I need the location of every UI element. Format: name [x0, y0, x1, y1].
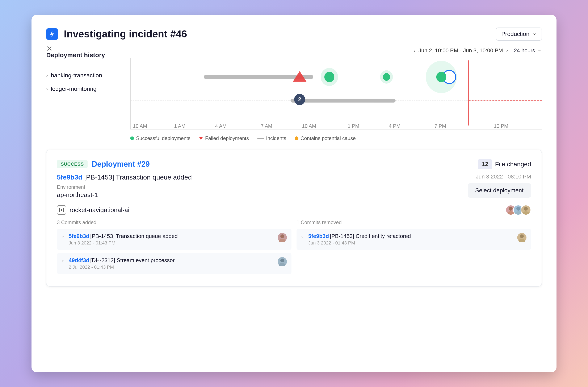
bolt-icon [46, 28, 58, 40]
commit-item-2: ⬦ 49d4f3d [DH-2312] Stream event process… [57, 253, 292, 274]
svg-point-10 [383, 73, 390, 81]
production-dropdown[interactable]: Production [496, 27, 542, 41]
legend-incidents: Incidents [257, 135, 286, 141]
chart-area: ‹ Jun 2, 10:00 PM - Jun 3, 10:00 PM › 24… [130, 47, 542, 141]
incidents-line [257, 138, 264, 139]
svg-text:4 PM: 4 PM [389, 123, 400, 129]
chart-svg: 2 [131, 58, 542, 129]
commit-avatar-2 [278, 257, 287, 266]
chart-header: ‹ Jun 2, 10:00 PM - Jun 3, 10:00 PM › 24… [130, 47, 542, 54]
commit-item-1: ⬦ 5fe9b3d [PB-1453] Transaction queue ad… [57, 229, 292, 250]
commit-item-removed-1: ⬦ 5fe9b3d [PB-1453] Credit entity refact… [296, 229, 531, 250]
successful-label: Successful deployments [136, 135, 190, 141]
file-count-badge: 12 [478, 159, 492, 169]
chevron-right-icon-2: › [46, 86, 48, 92]
failed-label: Failed deployments [205, 135, 249, 141]
service-icon [57, 205, 66, 215]
commit-desc-2: [DH-2312] Stream event processor [90, 257, 175, 263]
svg-point-35 [280, 234, 284, 238]
potential-dot [295, 137, 298, 140]
service-name-banking: banking-transaction [51, 72, 102, 79]
commits-added-label: 3 Commits added [57, 219, 292, 225]
avatar-group [505, 205, 531, 215]
chart-container: 2 [130, 58, 542, 130]
commits-removed-label: 1 Commits removed [296, 219, 531, 225]
date-select-right: Jun 3 2022 - 08:10 PM Select deployment [468, 173, 531, 198]
incident-title: Investigating incident #46 [64, 28, 187, 40]
commit-text-2: 49d4f3d [DH-2312] Stream event processor… [69, 257, 275, 270]
svg-point-39 [520, 234, 524, 238]
header-row: Investigating incident #46 Production [46, 27, 542, 41]
env-label: Environment [57, 184, 192, 190]
time-dropdown[interactable]: 24 hours [514, 47, 542, 54]
svg-text:4 AM: 4 AM [215, 123, 227, 129]
next-arrow[interactable]: › [506, 47, 508, 53]
content-area: Deployment history › banking-transaction… [46, 47, 542, 141]
chart-legend: Successful deployments Failed deployment… [130, 135, 542, 141]
svg-text:10 AM: 10 AM [133, 123, 147, 129]
failed-triangle [199, 137, 203, 140]
svg-point-31 [516, 207, 520, 211]
service-name-ledger: ledger-monitoring [51, 86, 97, 92]
commit-env-left: 5fe9b3d [PB-1453] Transaction queue adde… [57, 173, 192, 198]
commit-hash-main: 5fe9b3d [57, 173, 82, 181]
svg-point-29 [509, 207, 513, 211]
svg-point-37 [280, 259, 284, 262]
prev-arrow[interactable]: ‹ [414, 47, 415, 53]
commit-date-1: Jun 3 2022 - 01:43 PM [69, 240, 275, 246]
incidents-label: Incidents [266, 135, 286, 141]
service-title: rocket-navigational-ai [69, 206, 129, 214]
main-card: Investigating incident #46 Production ✕ … [32, 15, 556, 372]
deployment-card: SUCCESS Deployment #29 12 File changed 5… [46, 150, 542, 287]
commit-avatar-r1 [517, 233, 526, 242]
deployment-name: Deployment #29 [92, 160, 150, 169]
legend-failed: Failed deployments [199, 135, 249, 141]
header-left: Investigating incident #46 [46, 28, 187, 40]
commit-icon-1: ⬦ [62, 234, 66, 238]
svg-point-34 [523, 211, 529, 215]
commit-hash-1[interactable]: 5fe9b3d [69, 233, 89, 239]
status-name-row: SUCCESS Deployment #29 [57, 160, 150, 169]
deployment-date: Jun 3 2022 - 08:10 PM [468, 173, 531, 180]
card-header-row: SUCCESS Deployment #29 12 File changed [57, 159, 531, 169]
commit-hash-r1[interactable]: 5fe9b3d [308, 233, 329, 239]
svg-text:10 PM: 10 PM [494, 123, 508, 129]
file-changed-label: File changed [495, 160, 531, 168]
date-nav: ‹ Jun 2, 10:00 PM - Jun 3, 10:00 PM › [414, 47, 508, 54]
commit-date-r1: Jun 3 2022 - 01:43 PM [308, 240, 514, 246]
svg-text:7 AM: 7 AM [261, 123, 272, 129]
svg-point-33 [524, 207, 528, 211]
commit-desc-r1: [PB-1453] Credit entity refactored [330, 233, 411, 239]
svg-point-13 [436, 72, 446, 82]
svg-point-40 [519, 239, 525, 242]
file-changed-area: 12 File changed [478, 159, 531, 169]
svg-text:1 AM: 1 AM [174, 123, 186, 129]
svg-text:2: 2 [298, 96, 301, 103]
service-item-ledger[interactable]: › ledger-monitoring [46, 82, 118, 96]
svg-point-38 [279, 263, 285, 266]
svg-text:1 PM: 1 PM [348, 123, 359, 129]
svg-point-30 [507, 211, 514, 215]
successful-dot [130, 137, 134, 140]
commit-text-main: [PB-1453] Transaction queue added [84, 173, 192, 181]
commit-icon-2: ⬦ [62, 258, 66, 262]
svg-point-36 [279, 239, 285, 242]
commit-icon-r1: ⬦ [301, 234, 305, 238]
commit-avatar-1 [278, 233, 287, 242]
env-value: ap-northeast-1 [57, 191, 192, 198]
svg-point-32 [515, 211, 522, 215]
deployment-history-label: Deployment history [46, 51, 118, 59]
status-badge: SUCCESS [57, 160, 87, 168]
commit-date-2: 2 Jul 2022 - 01:43 PM [69, 264, 275, 270]
potential-label: Contains potential cause [300, 135, 356, 141]
service-item-banking[interactable]: › banking-transaction [46, 69, 118, 82]
service-row: rocket-navigational-ai [57, 205, 531, 215]
commits-added-section: 3 Commits added ⬦ 5fe9b3d [PB-1453] Tran… [57, 219, 292, 277]
chevron-right-icon: › [46, 72, 48, 78]
svg-text:10 AM: 10 AM [302, 123, 316, 129]
select-deployment-button[interactable]: Select deployment [468, 183, 531, 198]
avatar-3 [521, 205, 531, 215]
commit-hash-2[interactable]: 49d4f3d [69, 257, 89, 263]
close-button[interactable]: ✕ [46, 44, 52, 53]
svg-text:7 PM: 7 PM [435, 123, 446, 129]
